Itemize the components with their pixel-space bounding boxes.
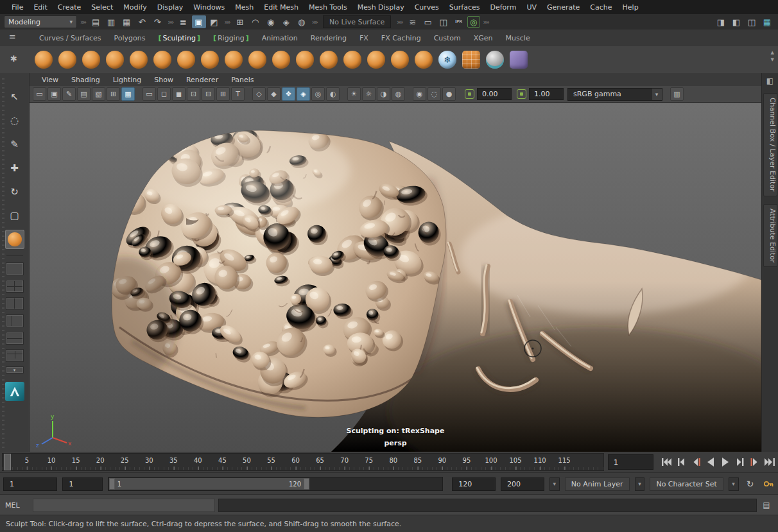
grab-brush-shelf-button[interactable]	[106, 51, 124, 69]
menu-cache[interactable]: Cache	[585, 1, 617, 13]
shelf-tab-rigging[interactable]: [Rigging]	[207, 31, 255, 45]
play-backwards-button[interactable]	[703, 454, 718, 470]
menu-uv[interactable]: UV	[521, 1, 542, 13]
fill-brush-shelf-button[interactable]	[320, 51, 338, 69]
gate-mask-icon[interactable]: ◼	[172, 87, 186, 101]
select-by-object-icon[interactable]: ▣	[192, 15, 206, 28]
playback-speed-dropdown[interactable]: ▾	[549, 477, 560, 491]
shelf-tab-fx[interactable]: FX	[354, 31, 374, 45]
shelf-scroll-up-icon[interactable]: ▲	[771, 50, 774, 55]
snap-to-plane-icon[interactable]: ◈	[279, 15, 293, 28]
toolbar-collapse-handle[interactable]: »»	[395, 19, 404, 26]
make-live-icon[interactable]: ◍	[295, 15, 309, 28]
layout-two-pane-side-button[interactable]	[6, 297, 24, 310]
shelf-tab-animation[interactable]: Animation	[256, 31, 304, 45]
tab-attribute-editor[interactable]: Attribute Editor	[763, 204, 777, 268]
layout-persp-outliner-button[interactable]	[6, 314, 24, 327]
workspace-icon[interactable]: ▦	[760, 15, 774, 28]
select-by-hierarchy-icon[interactable]: ≣	[177, 15, 191, 28]
viewport-menu-show[interactable]: Show	[148, 74, 179, 85]
range-slider[interactable]: 1 120	[108, 477, 444, 491]
menu-surfaces[interactable]: Surfaces	[444, 1, 485, 13]
menu-generate[interactable]: Generate	[542, 1, 585, 13]
menu-modify[interactable]: Modify	[118, 1, 151, 13]
layout-hypershade-button[interactable]	[6, 349, 24, 362]
rotate-tool-button[interactable]: ↻	[5, 182, 24, 202]
foamy-brush-shelf-button[interactable]	[177, 51, 195, 69]
viewport-menu-renderer[interactable]: Renderer	[180, 74, 224, 85]
sculpt-sphere-shelf-button[interactable]	[486, 51, 504, 69]
motion-blur-icon[interactable]: ◌	[428, 87, 441, 101]
bulge-brush-shelf-button[interactable]	[391, 51, 409, 69]
shelf-tab-fx-caching[interactable]: FX Caching	[376, 31, 427, 45]
scale-tool-button[interactable]: ▢	[5, 206, 24, 225]
gamma-toggle-icon[interactable]	[517, 89, 526, 99]
menu-display[interactable]: Display	[152, 1, 189, 13]
wireframe-icon[interactable]: ◇	[252, 87, 266, 101]
viewport-menu-view[interactable]: View	[36, 74, 64, 85]
field-chart-icon[interactable]: ⊡	[187, 87, 200, 101]
shadows-icon[interactable]: ◑	[377, 87, 390, 101]
new-scene-icon[interactable]: ▤	[89, 15, 103, 28]
shelf-tab-muscle[interactable]: Muscle	[500, 31, 536, 45]
freeze-brush-shelf-button[interactable]: ❄	[438, 51, 456, 69]
bookmark-icon[interactable]: ▤	[77, 87, 91, 101]
shaded-icon[interactable]: ◆	[267, 87, 281, 101]
lasso-select-tool-button[interactable]: ◌	[5, 111, 24, 130]
range-end-handle[interactable]	[304, 478, 309, 490]
viewport[interactable]: Sculpting on: tRexShape persp y x z	[30, 103, 761, 452]
toggle-tool-settings-icon[interactable]: ◫	[745, 15, 759, 28]
menu-file[interactable]: File	[6, 1, 28, 13]
shelf-tab-custom[interactable]: Custom	[428, 31, 467, 45]
go-to-start-button[interactable]	[659, 454, 673, 470]
menu-windows[interactable]: Windows	[188, 1, 230, 13]
view-transform-select[interactable]: sRGB gamma▾	[567, 88, 662, 101]
menu-curves[interactable]: Curves	[410, 1, 444, 13]
anim-layer-button[interactable]: No Anim Layer	[565, 477, 630, 491]
open-scene-icon[interactable]: ▥	[104, 15, 118, 28]
paint-selection-tool-button[interactable]: ✎	[5, 135, 24, 154]
animation-end-field[interactable]: 200	[501, 477, 544, 491]
anim-layer-dropdown[interactable]: ▾	[635, 477, 645, 491]
toolbar-collapse-handle[interactable]: »»	[78, 19, 87, 26]
viewport-menu-panels[interactable]: Panels	[225, 74, 259, 85]
wireframe-on-shaded-icon[interactable]: ◎	[311, 87, 325, 101]
exposure-field[interactable]: 0.00	[477, 88, 512, 100]
shelf-scroll-down-icon[interactable]: ▼	[771, 57, 774, 62]
viewport-menu-lighting[interactable]: Lighting	[107, 74, 147, 85]
select-tool-button[interactable]: ↖	[5, 87, 24, 107]
paint-transfer-brush-shelf-button[interactable]	[510, 51, 528, 69]
playback-start-field[interactable]: 1	[62, 477, 102, 491]
step-back-frame-button[interactable]	[673, 454, 688, 470]
tab-channel-box-layer-editor[interactable]: Channel Box / Layer Editor	[763, 93, 777, 196]
smooth-brush-shelf-button[interactable]	[58, 51, 76, 69]
menu-help[interactable]: Help	[618, 1, 644, 13]
script-editor-icon[interactable]: ▤	[760, 499, 773, 511]
current-frame-field[interactable]: 1	[608, 454, 653, 470]
sculpt-tool-button[interactable]	[5, 230, 24, 249]
depth-of-field-icon[interactable]: ●	[442, 87, 456, 101]
layout-persp-graph-button[interactable]	[6, 332, 24, 345]
amplify-brush-shelf-button[interactable]	[415, 51, 433, 69]
character-set-button[interactable]: No Character Set	[650, 477, 723, 491]
menu-create[interactable]: Create	[53, 1, 87, 13]
range-start-handle[interactable]	[109, 478, 115, 490]
auto-keyframe-icon[interactable]	[762, 477, 775, 491]
pinch-brush-shelf-button[interactable]	[130, 51, 148, 69]
layout-four-pane-button[interactable]	[6, 280, 24, 293]
select-by-component-icon[interactable]: ◩	[207, 15, 221, 28]
textured-icon[interactable]: ❖	[282, 87, 295, 101]
mask-grid-brush-shelf-button[interactable]	[462, 51, 480, 69]
time-slider-rail[interactable]: 5101520253035404550556065707580859095100…	[2, 453, 604, 471]
lock-camera-icon[interactable]: ▣	[48, 87, 61, 101]
use-default-material-icon[interactable]: ◈	[297, 87, 310, 101]
knife-brush-shelf-button[interactable]	[343, 51, 361, 69]
menu-select[interactable]: Select	[86, 1, 118, 13]
camera-attributes-icon[interactable]: ✎	[62, 87, 76, 101]
step-forward-frame-button[interactable]	[732, 454, 747, 470]
snap-to-curve-icon[interactable]: ◠	[248, 15, 263, 28]
grid-icon[interactable]: ▦	[121, 87, 135, 101]
viewport-menu-shading[interactable]: Shading	[65, 74, 106, 85]
step-forward-key-button[interactable]	[747, 454, 762, 470]
shelf-tab-sculpting[interactable]: [Sculpting]	[152, 31, 205, 45]
